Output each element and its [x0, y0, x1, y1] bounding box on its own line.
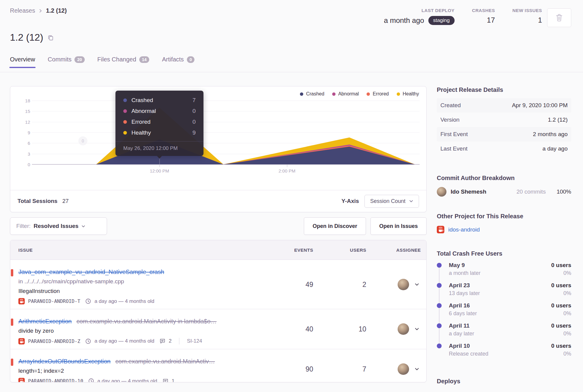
tooltip-series-value: 0 [192, 119, 196, 125]
release-detail-row: Version 1.2 (12) [437, 113, 571, 127]
users-count: 2 [362, 280, 366, 288]
chart-legend: Crashed Abnormal Errored Healthy [300, 91, 419, 97]
timeline-percent: 0% [551, 310, 571, 317]
sidebar: Project Release Details Created Apr 9, 2… [437, 86, 571, 385]
issue-age: a day ago — 4 months old [94, 338, 154, 344]
detail-label: First Event [440, 131, 468, 138]
open-in-issues-button[interactable]: Open in Issues [370, 217, 427, 235]
legend-label: Crashed [306, 91, 324, 97]
issues-filter-select[interactable]: Filter: Resolved Issues [10, 217, 107, 235]
environment-badge: staging [428, 16, 455, 25]
sessions-chart-card: Crashed Abnormal Errored Healthy 0369121… [10, 86, 427, 212]
comment-count: 1 [172, 378, 175, 383]
timeline-users: 0 users [551, 262, 571, 269]
y-axis-select[interactable]: Session Count [364, 195, 419, 208]
issue-message: length=1; index=2 [18, 366, 312, 376]
author-percent: 100% [556, 188, 571, 195]
tooltip-caret [157, 156, 162, 159]
issue-annotation[interactable]: SI-124 [187, 338, 202, 344]
tooltip-series-label: Healthy [131, 129, 192, 136]
timeline-dot-icon [437, 323, 442, 328]
x-axis-tick [287, 165, 287, 167]
timeline-dot-icon [437, 344, 442, 348]
legend-item[interactable]: Abnormal [332, 91, 359, 97]
tooltip-series-dot-icon [123, 120, 127, 124]
y-axis-tick-label: 3 [13, 151, 30, 156]
legend-label: Errored [373, 91, 389, 97]
legend-item[interactable]: Crashed [300, 91, 324, 97]
timeline-date: April 16 [449, 302, 477, 309]
tab[interactable]: Overview [10, 56, 35, 68]
chevron-down-icon [414, 367, 419, 372]
commit-author-row: Ido Shemesh 20 commits 100% [437, 187, 571, 197]
other-project-heading: Other Project for This Release [437, 213, 571, 220]
other-project-link[interactable]: idos-android [448, 226, 480, 233]
stat-last-deploy: LAST DEPLOY a month ago staging [384, 8, 454, 25]
crash-free-timeline: May 9 a month later 0 users 0% April 23 [437, 262, 571, 363]
trash-icon [556, 14, 563, 22]
issue-location: in ../../../../src/main/cpp/native-sampl… [18, 277, 312, 286]
timeline-users: 0 users [551, 322, 571, 329]
issue-title-link[interactable]: ArrayIndexOutOfBoundsException [18, 356, 111, 366]
tooltip-series-dot-icon [123, 131, 127, 135]
timeline-dot-icon [437, 283, 442, 288]
column-header-assignee: ASSIGNEE [396, 247, 421, 253]
tab-label: Commits [48, 56, 71, 63]
users-count: 7 [362, 365, 366, 373]
legend-label: Healthy [403, 91, 419, 97]
detail-label: Last Event [440, 145, 468, 152]
stat-new-issues-label: NEW ISSUES [512, 8, 542, 13]
detail-value: 1.2 (12) [548, 117, 568, 123]
tab[interactable]: Commits 20 [48, 56, 84, 68]
breadcrumb-current: 1.2 (12) [46, 7, 67, 14]
delete-release-button[interactable] [547, 8, 571, 27]
release-detail-row: Last Event a day ago [437, 142, 571, 156]
release-detail-row: Created Apr 9, 2020 10:00 PM [437, 98, 571, 113]
stat-crashes: CRASHES 17 [472, 8, 495, 25]
x-axis-tick-label: 2:00 PM [266, 168, 308, 173]
issues-table-header: ISSUE EVENTS USERS ASSIGNEE [10, 240, 426, 260]
legend-item[interactable]: Healthy [397, 91, 419, 97]
timeline-users: 0 users [551, 302, 571, 309]
breadcrumb-releases-link[interactable]: Releases [10, 7, 35, 14]
tooltip-series-value: 9 [192, 129, 196, 136]
issues-filter-row: Filter: Resolved Issues Open in Discover… [10, 217, 427, 235]
timeline-users: 0 users [551, 343, 571, 349]
assignee-dropdown[interactable] [398, 363, 419, 375]
issue-title-link[interactable]: Java_com_example_vu_android_NativeSample… [18, 267, 164, 277]
tab-label: Files Changed [97, 56, 136, 63]
tab[interactable]: Files Changed 14 [97, 56, 150, 68]
tab[interactable]: Artifacts 0 [162, 56, 194, 68]
list-item: April 23 13 days later 0 users 0% [437, 282, 571, 302]
assignee-dropdown[interactable] [398, 279, 419, 290]
release-details-heading: Project Release Details [437, 86, 571, 93]
tooltip-timestamp: May 26, 2020 12:00 PM [115, 142, 203, 156]
issue-title-link[interactable]: ArithmeticException [18, 316, 72, 326]
events-count: 90 [305, 365, 313, 373]
tab-label: Overview [10, 56, 35, 63]
y-axis-tick-label: 18 [13, 98, 30, 103]
detail-value: a day ago [543, 145, 568, 152]
copy-icon[interactable] [47, 34, 54, 41]
sessions-summary-row: Total Sessions 27 Y-Axis Session Count [10, 190, 426, 212]
tab-label: Artifacts [162, 56, 184, 63]
y-axis-tick-label: 6 [13, 141, 30, 146]
column-header-issue: ISSUE [18, 247, 33, 253]
timeline-percent: 0% [551, 331, 571, 337]
y-axis-selected-value: Session Count [370, 198, 405, 204]
error-level-indicator [11, 269, 13, 276]
legend-dot-icon [397, 92, 400, 96]
sessions-area-chart [32, 101, 420, 164]
open-in-discover-button[interactable]: Open in Discover [304, 217, 366, 235]
project-slug: PARANOID-ANDROID-T [28, 298, 80, 304]
meta-divider [179, 338, 179, 344]
legend-dot-icon [332, 92, 336, 96]
commit-authors-list: Ido Shemesh 20 commits 100% [437, 187, 571, 197]
issue-age: a day ago — 4 months old [94, 298, 154, 304]
tooltip-row: Errored 0 [115, 117, 203, 127]
assignee-dropdown[interactable] [398, 323, 419, 335]
legend-dot-icon [367, 92, 370, 96]
author-name: Ido Shemesh [451, 188, 516, 195]
stat-last-deploy-label: LAST DEPLOY [421, 8, 454, 13]
legend-item[interactable]: Errored [367, 91, 389, 97]
